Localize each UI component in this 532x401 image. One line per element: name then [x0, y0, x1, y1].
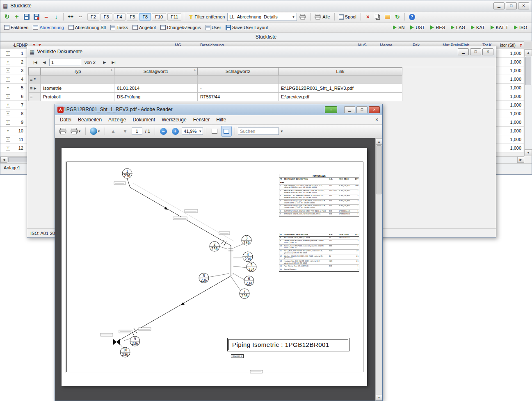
menu-item[interactable]: Fenster	[190, 116, 213, 124]
expand-icon[interactable]: +	[6, 68, 10, 73]
column-header-schlagwort2[interactable]: Schlagwort2	[198, 67, 279, 75]
print-button[interactable]	[298, 12, 308, 21]
scroll-right-icon[interactable]: ▶	[517, 157, 524, 163]
minimize-button[interactable]: ▁	[344, 106, 355, 113]
cell-link[interactable]	[279, 75, 402, 84]
first-record-icon[interactable]: |◀	[31, 59, 39, 66]
abrechnung-stl-button[interactable]: Abrechnung Stl	[67, 23, 107, 32]
fkey-button[interactable]: F2	[87, 13, 99, 21]
column-header-lfdnr[interactable]: -LFDNR	[13, 43, 28, 48]
tab-anlage1[interactable]: Anlage1	[4, 165, 20, 170]
expand-icon[interactable]: +	[6, 146, 10, 150]
web-tools-button[interactable]: ▼	[89, 126, 102, 137]
scroll-down-icon[interactable]: ▼	[525, 149, 532, 156]
scroll-down-icon[interactable]: ▼	[376, 394, 382, 401]
menu-item[interactable]: Bearbeiten	[75, 116, 105, 124]
layout-combobox[interactable]: LL_Abrechnung_Details ▼	[227, 13, 297, 21]
column-header-faktor[interactable]: ktor (Stl)	[500, 43, 516, 48]
abrechnung-button[interactable]: Abrechnung	[31, 23, 65, 32]
last-record-icon[interactable]: ▶|	[110, 59, 118, 66]
close-button[interactable]: ×	[482, 48, 493, 55]
grid-cell-faktor[interactable]: 1,000	[498, 84, 523, 92]
row-selector[interactable]: ≡	[28, 93, 41, 101]
scroll-up-icon[interactable]: ▲	[525, 49, 532, 56]
scroll-up-icon[interactable]: ▲	[376, 138, 382, 145]
cell-typ[interactable]	[41, 75, 114, 84]
save-icon[interactable]	[22, 12, 31, 21]
tasks-button[interactable]: Tasks	[109, 23, 130, 32]
grid-cell-faktor[interactable]: 1,000	[498, 49, 523, 58]
expand-icon[interactable]: +	[6, 94, 10, 99]
add-row-icon[interactable]: +	[12, 12, 21, 21]
cell-schlagwort2[interactable]: RT567/44	[198, 93, 279, 101]
column-header-typ[interactable]: Typ▲	[41, 67, 114, 75]
menu-item[interactable]: Hilfe	[213, 116, 229, 124]
fkey-button[interactable]: F4	[114, 13, 126, 21]
expand-icon[interactable]: +	[6, 60, 10, 64]
faktoren-button[interactable]: Faktoren	[2, 23, 30, 32]
grid-cell-faktor[interactable]: 1,000	[498, 127, 523, 135]
expand-icon[interactable]: +	[6, 103, 10, 107]
remove-filter-button[interactable]: Filter entfernen	[187, 12, 226, 21]
menu-item[interactable]: Dokument	[129, 116, 158, 124]
expand-icon[interactable]: +	[6, 137, 10, 142]
scrollbar-thumb[interactable]	[377, 145, 381, 194]
nav-shortcut-button[interactable]: ISO	[511, 23, 530, 32]
fit-width-button[interactable]	[209, 126, 220, 137]
nav-shortcut-button[interactable]: LAG	[448, 23, 468, 32]
nav-shortcut-button[interactable]: KAT	[468, 23, 487, 32]
delete-row-icon[interactable]: −	[42, 12, 51, 21]
cut-icon[interactable]: ×	[363, 12, 372, 21]
menu-item[interactable]: Anzeige	[105, 116, 129, 124]
cell-typ[interactable]: Isometrie	[41, 84, 114, 93]
refresh-icon[interactable]: ↻	[2, 12, 11, 21]
maximize-button[interactable]: □	[356, 106, 368, 113]
document-area[interactable]: 1236 2236 3236 4234 5234 6234 7236 8236 …	[55, 138, 382, 401]
pin-on-top-button[interactable]: ↑	[325, 106, 337, 113]
search-options-icon[interactable]: ▼	[280, 130, 283, 133]
menu-item[interactable]: Datei	[57, 116, 75, 124]
cell-schlagwort2[interactable]: -	[198, 84, 279, 93]
grid-cell-faktor[interactable]: 1,000	[498, 66, 523, 75]
fit-page-button[interactable]	[221, 126, 232, 137]
help-button[interactable]: ?	[407, 12, 417, 21]
charge-zeugnis-button[interactable]: Charge&Zeugnis	[159, 23, 203, 32]
print-button[interactable]	[57, 126, 68, 137]
grid-cell-faktor[interactable]: 1,000	[498, 118, 523, 127]
print-options-button[interactable]: ▼	[69, 126, 82, 137]
record-number-input[interactable]	[49, 59, 81, 66]
copy-icon[interactable]	[373, 12, 382, 21]
angebot-button[interactable]: Angebot	[131, 23, 158, 32]
spool-button[interactable]: Spool	[337, 12, 358, 21]
save-user-layout-button[interactable]: Save User Layout	[224, 23, 269, 32]
minimize-button[interactable]: ▁	[458, 48, 469, 55]
grid-cell-faktor[interactable]: 1,000	[498, 58, 523, 66]
filter-icon[interactable]	[519, 44, 523, 47]
minimize-button[interactable]: ▁	[493, 2, 505, 9]
menu-item[interactable]: Werkzeuge	[158, 116, 190, 124]
cell-schlagwort1[interactable]: 01.01.2014	[114, 84, 198, 93]
fkey-button[interactable]: F10	[152, 13, 166, 21]
close-document-icon[interactable]: ×	[375, 117, 378, 123]
scroll-left-icon[interactable]: ◀	[0, 157, 7, 163]
page-number-input[interactable]	[132, 128, 142, 135]
save-all-icon[interactable]	[32, 12, 41, 21]
user-button[interactable]: User	[204, 23, 223, 32]
pdf-vertical-scrollbar[interactable]: ▲ ▼	[375, 138, 382, 401]
maximize-button[interactable]: □	[470, 48, 481, 55]
zoom-out-button[interactable]: −	[158, 126, 169, 137]
search-input[interactable]	[238, 128, 279, 135]
grid-vertical-scrollbar[interactable]: ▲ ▼	[524, 49, 532, 156]
print-all-button[interactable]: Alle	[313, 12, 331, 21]
move-down-icon[interactable]: ↓	[52, 12, 61, 21]
expand-all-button[interactable]: ++	[66, 12, 75, 21]
cell-schlagwort1[interactable]: DS-Prüfung	[114, 93, 198, 101]
grid-cell-faktor[interactable]: 1,000	[498, 109, 523, 118]
expand-icon[interactable]: +	[6, 51, 10, 56]
grid-cell-faktor[interactable]: 1,000	[498, 135, 523, 144]
record-row-isometrie[interactable]: ≡▶ Isometrie 01.01.2014 - E:\1PGB12BR001…	[28, 84, 402, 93]
nav-shortcut-button[interactable]: KAT-T	[488, 23, 511, 32]
fkey-button[interactable]: F3	[100, 13, 112, 21]
column-header-schlagwort1[interactable]: Schlagwort1▲	[114, 67, 198, 75]
next-record-icon[interactable]: ▶	[100, 59, 109, 66]
